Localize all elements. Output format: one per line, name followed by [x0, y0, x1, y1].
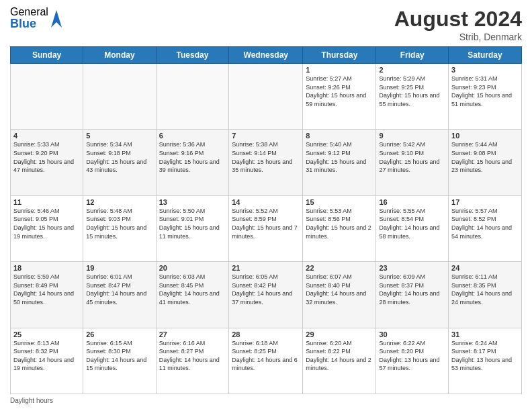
location: Strib, Denmark — [394, 32, 522, 42]
day-number: 18 — [13, 264, 80, 272]
calendar-week-row: 1Sunrise: 5:27 AM Sunset: 9:26 PM Daylig… — [11, 64, 522, 130]
day-info: Sunrise: 5:38 AM Sunset: 9:14 PM Dayligh… — [232, 140, 300, 174]
header: General Blue August 2024 Strib, Denmark — [10, 7, 522, 42]
day-info: Sunrise: 5:48 AM Sunset: 9:03 PM Dayligh… — [86, 207, 152, 240]
calendar-day-cell: 17Sunrise: 5:57 AM Sunset: 8:52 PM Dayli… — [449, 195, 522, 261]
day-info: Sunrise: 5:59 AM Sunset: 8:49 PM Dayligh… — [13, 273, 80, 306]
calendar-day-cell: 1Sunrise: 5:27 AM Sunset: 9:26 PM Daylig… — [303, 64, 376, 130]
day-number: 25 — [13, 330, 80, 338]
calendar-day-cell: 4Sunrise: 5:33 AM Sunset: 9:20 PM Daylig… — [11, 130, 83, 195]
day-number: 26 — [86, 330, 152, 338]
day-header-saturday: Saturday — [449, 47, 522, 64]
calendar-day-cell: 3Sunrise: 5:31 AM Sunset: 9:23 PM Daylig… — [449, 64, 522, 130]
day-info: Sunrise: 6:13 AM Sunset: 8:32 PM Dayligh… — [13, 339, 80, 373]
day-info: Sunrise: 5:29 AM Sunset: 9:25 PM Dayligh… — [379, 75, 445, 108]
day-info: Sunrise: 5:33 AM Sunset: 9:20 PM Dayligh… — [13, 140, 80, 174]
day-number: 21 — [232, 264, 300, 272]
day-number: 29 — [306, 330, 373, 338]
calendar-day-cell: 22Sunrise: 6:07 AM Sunset: 8:40 PM Dayli… — [303, 262, 376, 328]
day-info: Sunrise: 5:44 AM Sunset: 9:08 PM Dayligh… — [451, 140, 519, 174]
day-info: Sunrise: 5:42 AM Sunset: 9:10 PM Dayligh… — [379, 140, 445, 174]
logo-general: General — [10, 7, 48, 17]
day-number: 5 — [86, 132, 152, 140]
calendar-day-cell: 13Sunrise: 5:50 AM Sunset: 9:01 PM Dayli… — [156, 195, 229, 261]
calendar-day-cell: 11Sunrise: 5:46 AM Sunset: 9:05 PM Dayli… — [11, 195, 83, 261]
logo-blue: Blue — [10, 17, 48, 30]
day-number: 17 — [451, 198, 519, 206]
calendar-week-row: 25Sunrise: 6:13 AM Sunset: 8:32 PM Dayli… — [11, 328, 522, 394]
day-info: Sunrise: 5:50 AM Sunset: 9:01 PM Dayligh… — [159, 207, 226, 240]
title-section: August 2024 Strib, Denmark — [394, 7, 522, 42]
calendar-day-cell: 27Sunrise: 6:16 AM Sunset: 8:27 PM Dayli… — [156, 328, 229, 394]
day-info: Sunrise: 5:36 AM Sunset: 9:16 PM Dayligh… — [159, 140, 226, 174]
day-header-monday: Monday — [83, 47, 156, 64]
day-number: 15 — [306, 198, 373, 206]
page: General Blue August 2024 Strib, Denmark … — [0, 0, 532, 411]
day-number: 7 — [232, 132, 300, 140]
calendar-day-cell — [229, 64, 303, 130]
calendar-day-cell — [156, 64, 229, 130]
day-info: Sunrise: 6:09 AM Sunset: 8:37 PM Dayligh… — [379, 273, 445, 306]
day-number: 4 — [13, 132, 80, 140]
day-number: 23 — [379, 264, 445, 272]
day-number: 11 — [13, 198, 80, 206]
day-number: 22 — [306, 264, 373, 272]
logo-text: General Blue — [10, 7, 48, 30]
day-number: 2 — [379, 66, 445, 74]
day-info: Sunrise: 6:22 AM Sunset: 8:20 PM Dayligh… — [379, 339, 445, 373]
day-info: Sunrise: 6:03 AM Sunset: 8:45 PM Dayligh… — [159, 273, 226, 306]
calendar-day-cell: 25Sunrise: 6:13 AM Sunset: 8:32 PM Dayli… — [11, 328, 83, 394]
day-number: 16 — [379, 198, 445, 206]
day-info: Sunrise: 5:27 AM Sunset: 9:26 PM Dayligh… — [306, 75, 373, 108]
day-header-tuesday: Tuesday — [156, 47, 229, 64]
calendar-day-cell: 18Sunrise: 5:59 AM Sunset: 8:49 PM Dayli… — [11, 262, 83, 328]
calendar-day-cell: 9Sunrise: 5:42 AM Sunset: 9:10 PM Daylig… — [376, 130, 449, 195]
day-header-friday: Friday — [376, 47, 449, 64]
logo-icon — [50, 9, 63, 28]
day-info: Sunrise: 6:11 AM Sunset: 8:35 PM Dayligh… — [451, 273, 519, 306]
day-number: 28 — [232, 330, 300, 338]
day-number: 9 — [379, 132, 445, 140]
calendar-day-cell: 20Sunrise: 6:03 AM Sunset: 8:45 PM Dayli… — [156, 262, 229, 328]
logo: General Blue — [10, 7, 63, 30]
footer: Daylight hours — [10, 397, 522, 404]
calendar-week-row: 11Sunrise: 5:46 AM Sunset: 9:05 PM Dayli… — [11, 195, 522, 261]
daylight-hours-label: Daylight hours — [10, 397, 53, 404]
calendar-day-cell — [11, 64, 83, 130]
day-number: 20 — [159, 264, 226, 272]
day-number: 27 — [159, 330, 226, 338]
day-info: Sunrise: 5:55 AM Sunset: 8:54 PM Dayligh… — [379, 207, 445, 240]
day-number: 30 — [379, 330, 445, 338]
calendar-day-cell: 23Sunrise: 6:09 AM Sunset: 8:37 PM Dayli… — [376, 262, 449, 328]
calendar-day-cell — [83, 64, 156, 130]
day-header-sunday: Sunday — [11, 47, 83, 64]
calendar-day-cell: 6Sunrise: 5:36 AM Sunset: 9:16 PM Daylig… — [156, 130, 229, 195]
day-info: Sunrise: 5:40 AM Sunset: 9:12 PM Dayligh… — [306, 140, 373, 174]
day-number: 31 — [451, 330, 519, 338]
calendar-day-cell: 16Sunrise: 5:55 AM Sunset: 8:54 PM Dayli… — [376, 195, 449, 261]
day-info: Sunrise: 5:52 AM Sunset: 8:59 PM Dayligh… — [232, 207, 300, 240]
svg-marker-0 — [51, 10, 62, 28]
day-header-thursday: Thursday — [303, 47, 376, 64]
day-info: Sunrise: 5:31 AM Sunset: 9:23 PM Dayligh… — [451, 75, 519, 108]
calendar-week-row: 4Sunrise: 5:33 AM Sunset: 9:20 PM Daylig… — [11, 130, 522, 195]
calendar-day-cell: 15Sunrise: 5:53 AM Sunset: 8:56 PM Dayli… — [303, 195, 376, 261]
day-info: Sunrise: 5:53 AM Sunset: 8:56 PM Dayligh… — [306, 207, 373, 240]
calendar-day-cell: 21Sunrise: 6:05 AM Sunset: 8:42 PM Dayli… — [229, 262, 303, 328]
day-number: 13 — [159, 198, 226, 206]
day-number: 10 — [451, 132, 519, 140]
month-year: August 2024 — [394, 7, 522, 32]
calendar-day-cell: 5Sunrise: 5:34 AM Sunset: 9:18 PM Daylig… — [83, 130, 156, 195]
day-info: Sunrise: 6:07 AM Sunset: 8:40 PM Dayligh… — [306, 273, 373, 306]
calendar-day-cell: 14Sunrise: 5:52 AM Sunset: 8:59 PM Dayli… — [229, 195, 303, 261]
day-number: 3 — [451, 66, 519, 74]
day-info: Sunrise: 5:46 AM Sunset: 9:05 PM Dayligh… — [13, 207, 80, 240]
calendar-header-row: SundayMondayTuesdayWednesdayThursdayFrid… — [11, 47, 522, 64]
day-info: Sunrise: 5:34 AM Sunset: 9:18 PM Dayligh… — [86, 140, 152, 174]
calendar-day-cell: 26Sunrise: 6:15 AM Sunset: 8:30 PM Dayli… — [83, 328, 156, 394]
calendar-week-row: 18Sunrise: 5:59 AM Sunset: 8:49 PM Dayli… — [11, 262, 522, 328]
day-number: 24 — [451, 264, 519, 272]
calendar-day-cell: 29Sunrise: 6:20 AM Sunset: 8:22 PM Dayli… — [303, 328, 376, 394]
calendar-day-cell: 31Sunrise: 6:24 AM Sunset: 8:17 PM Dayli… — [449, 328, 522, 394]
calendar-table: SundayMondayTuesdayWednesdayThursdayFrid… — [10, 46, 522, 394]
